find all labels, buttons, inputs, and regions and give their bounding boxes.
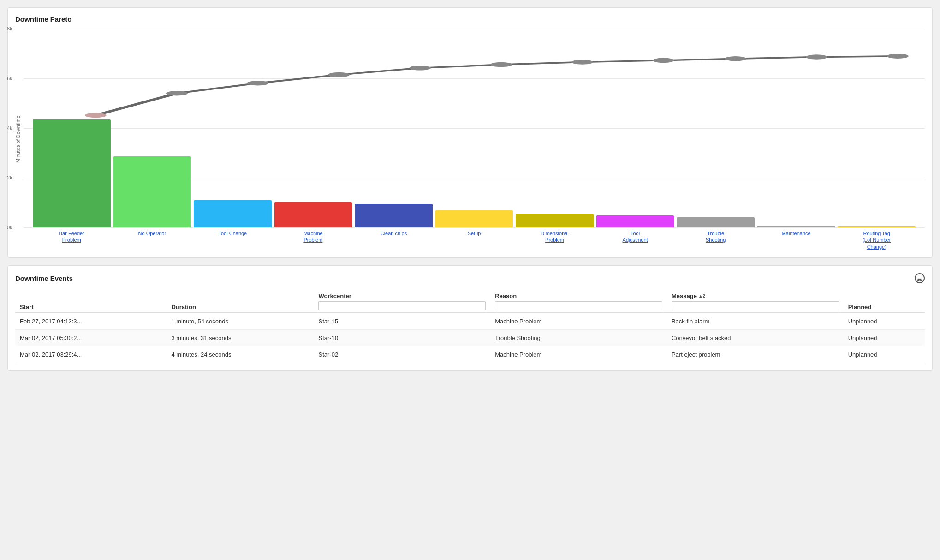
bar-rect[interactable] <box>596 215 674 227</box>
y-tick-label: 4k <box>7 125 12 131</box>
table-cell: Unplanned <box>844 346 925 363</box>
table-header-row: StartDurationWorkcenterReasonMessage ▲2P… <box>15 289 925 313</box>
events-table: StartDurationWorkcenterReasonMessage ▲2P… <box>15 289 925 363</box>
bar-rect[interactable] <box>677 217 755 227</box>
column-label[interactable]: Message ▲2 <box>672 292 705 299</box>
table-header-cell: Message ▲2 <box>667 289 844 313</box>
bars-container <box>24 29 925 227</box>
bar-rect[interactable] <box>113 156 191 227</box>
chart-area: Minutes of Downtime 8k6k4k2k0k Bar Feede… <box>15 29 925 250</box>
bar-item <box>274 29 352 227</box>
bar-rect[interactable] <box>838 226 916 227</box>
x-axis-label[interactable]: ToolAdjustment <box>596 230 674 244</box>
table-header-cell: Workcenter <box>314 289 490 313</box>
table-row: Feb 27, 2017 04:13:3...1 minute, 54 seco… <box>15 313 925 330</box>
x-axis-label[interactable]: MachineProblem <box>274 230 352 244</box>
table-cell: Unplanned <box>844 313 925 330</box>
table-cell: Machine Problem <box>490 346 667 363</box>
table-header-cell: Start <box>15 289 167 313</box>
events-card: Downtime Events ◛ StartDurationWorkcente… <box>7 265 933 371</box>
table-cell: Conveyor belt stacked <box>667 330 844 346</box>
column-label: Start <box>20 304 162 310</box>
y-tick-label: 8k <box>7 26 12 31</box>
table-cell: Mar 02, 2017 03:29:4... <box>15 346 167 363</box>
x-axis-label[interactable]: No Operator <box>113 230 191 237</box>
bar-item <box>113 29 191 227</box>
download-icon[interactable]: ◛ <box>915 273 925 283</box>
y-tick-label: 6k <box>7 76 12 81</box>
table-header-cell: Duration <box>167 289 314 313</box>
column-label: Workcenter <box>318 292 486 299</box>
bar-item <box>757 29 835 227</box>
table-cell: Machine Problem <box>490 313 667 330</box>
x-axis-label[interactable]: Tool Change <box>194 230 272 237</box>
events-title: Downtime Events <box>15 274 73 282</box>
table-cell: Trouble Shooting <box>490 330 667 346</box>
table-cell: Part eject problem <box>667 346 844 363</box>
bar-item <box>516 29 594 227</box>
pareto-card: Downtime Pareto Minutes of Downtime 8k6k… <box>7 7 933 258</box>
x-axis-label[interactable]: Clean chips <box>355 230 433 237</box>
column-filter-input[interactable] <box>672 301 839 310</box>
table-cell: Unplanned <box>844 330 925 346</box>
table-cell: Star-10 <box>314 330 490 346</box>
gridline <box>24 227 925 228</box>
x-axis: Bar FeederProblemNo OperatorTool ChangeM… <box>24 227 925 250</box>
chart-plot: 8k6k4k2k0k <box>24 29 925 227</box>
column-filter-input[interactable] <box>318 301 486 310</box>
table-cell: 4 minutes, 24 seconds <box>167 346 314 363</box>
bar-rect[interactable] <box>33 119 111 228</box>
bar-item <box>33 29 111 227</box>
x-axis-label[interactable]: Routing Tag(Lot NumberChange) <box>838 230 916 250</box>
y-axis-label: Minutes of Downtime <box>15 29 21 250</box>
bar-item <box>596 29 674 227</box>
x-axis-label[interactable]: Bar FeederProblem <box>33 230 111 244</box>
table-header-cell: Reason <box>490 289 667 313</box>
events-header: Downtime Events ◛ <box>15 273 925 283</box>
page-wrapper: Downtime Pareto Minutes of Downtime 8k6k… <box>0 0 940 378</box>
table-cell: Feb 27, 2017 04:13:3... <box>15 313 167 330</box>
pareto-title: Downtime Pareto <box>15 15 925 23</box>
sort-icon[interactable]: ▲2 <box>698 293 705 298</box>
column-filter-input[interactable] <box>495 301 662 310</box>
table-row: Mar 02, 2017 05:30:2...3 minutes, 31 sec… <box>15 330 925 346</box>
table-row: Mar 02, 2017 03:29:4...4 minutes, 24 sec… <box>15 346 925 363</box>
bar-item <box>677 29 755 227</box>
table-cell: 1 minute, 54 seconds <box>167 313 314 330</box>
bar-rect[interactable] <box>757 226 835 227</box>
column-label: Duration <box>171 304 309 310</box>
table-header-cell: Planned <box>844 289 925 313</box>
bar-item <box>435 29 513 227</box>
x-axis-label[interactable]: TroubleShooting <box>677 230 755 244</box>
column-label: Reason <box>495 292 662 299</box>
bar-rect[interactable] <box>516 214 594 227</box>
column-label: Planned <box>848 304 920 310</box>
col-label-text: Message <box>672 292 697 299</box>
table-cell: Star-02 <box>314 346 490 363</box>
table-cell: Back fin alarm <box>667 313 844 330</box>
bar-rect[interactable] <box>355 204 433 227</box>
table-cell: 3 minutes, 31 seconds <box>167 330 314 346</box>
bar-item <box>194 29 272 227</box>
x-axis-label[interactable]: DimensionalProblem <box>516 230 594 244</box>
y-tick-label: 0k <box>7 225 12 230</box>
x-axis-label[interactable]: Setup <box>435 230 513 237</box>
bar-item <box>355 29 433 227</box>
y-tick-label: 2k <box>7 175 12 180</box>
bar-item <box>838 29 916 227</box>
table-cell: Star-15 <box>314 313 490 330</box>
table-cell: Mar 02, 2017 05:30:2... <box>15 330 167 346</box>
chart-inner: 8k6k4k2k0k Bar FeederProblemNo OperatorT… <box>24 29 925 250</box>
bar-rect[interactable] <box>194 200 272 227</box>
bar-rect[interactable] <box>435 210 513 227</box>
bar-rect[interactable] <box>274 202 352 227</box>
x-axis-label[interactable]: Maintenance <box>757 230 835 237</box>
